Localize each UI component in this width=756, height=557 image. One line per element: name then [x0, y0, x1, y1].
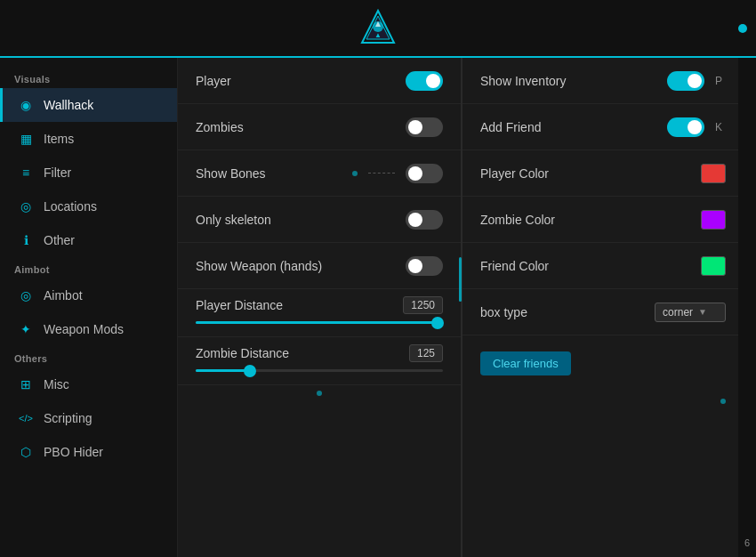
- sidebar-item-scripting[interactable]: </> Scripting: [0, 401, 177, 435]
- sidebar-item-scripting-label: Scripting: [44, 411, 92, 425]
- clear-friends-button[interactable]: Clear friends: [480, 351, 571, 375]
- add-friend-row: Add Friend K: [462, 104, 738, 150]
- friend-color-box[interactable]: [701, 256, 726, 276]
- player-distance-label: Player Distance: [196, 298, 283, 312]
- zombie-color-label: Zombie Color: [480, 213, 555, 227]
- show-bones-toggle[interactable]: [406, 164, 443, 183]
- zombie-distance-thumb[interactable]: [244, 365, 256, 377]
- zombie-distance-fill: [196, 369, 250, 372]
- player-distance-track[interactable]: [196, 321, 443, 324]
- only-skeleton-label: Only skeleton: [196, 213, 271, 227]
- zombie-color-box[interactable]: [701, 210, 726, 230]
- zombie-color-row: Zombie Color: [462, 197, 738, 243]
- box-type-label: box type: [480, 305, 527, 319]
- scroll-indicator: [459, 257, 462, 302]
- sidebar-item-filter[interactable]: ≡ Filter: [0, 156, 177, 190]
- show-weapon-label: Show Weapon (hands): [196, 259, 322, 273]
- friend-color-label: Friend Color: [480, 259, 549, 273]
- add-friend-label: Add Friend: [480, 120, 541, 134]
- sidebar-item-filter-label: Filter: [44, 165, 71, 180]
- add-friend-toggle[interactable]: [667, 117, 704, 137]
- locations-icon: ◎: [17, 198, 35, 215]
- sidebar-item-aimbot-label: Aimbot: [44, 288, 83, 303]
- wallhack-icon: ◉: [17, 96, 35, 114]
- player-color-row: Player Color: [462, 150, 738, 197]
- player-row: Player: [178, 58, 461, 104]
- sidebar-item-other-label: Other: [44, 233, 75, 247]
- zombies-label: Zombies: [196, 120, 244, 134]
- sidebar-item-misc[interactable]: ⊞ Misc: [0, 367, 177, 401]
- dropdown-arrow-icon: ▼: [698, 307, 707, 317]
- show-bones-label: Show Bones: [196, 166, 266, 181]
- sidebar-item-locations[interactable]: ◎ Locations: [0, 190, 177, 223]
- aimbot-icon: ◎: [17, 287, 35, 304]
- friend-color-row: Friend Color: [462, 243, 738, 289]
- sidebar-item-pbo-hider[interactable]: ⬡ PBO Hider: [0, 435, 177, 469]
- zombie-distance-header: Zombie Distance 125: [196, 344, 443, 362]
- show-bones-dot: [352, 171, 358, 176]
- far-right-panel: 6: [738, 58, 756, 557]
- sidebar-item-aimbot[interactable]: ◎ Aimbot: [0, 278, 177, 312]
- content-area: Player Zombies Show Bones Only sk: [178, 58, 756, 557]
- top-right-indicator: [738, 24, 747, 33]
- zombie-distance-track[interactable]: [196, 369, 443, 372]
- box-type-row: box type corner ▼: [462, 289, 738, 335]
- show-inventory-key: P: [712, 75, 726, 87]
- filter-icon: ≡: [17, 164, 35, 182]
- right-panel: Show Inventory P Add Friend K Player Col…: [462, 58, 738, 557]
- sidebar-section-others: Others: [0, 346, 177, 367]
- player-label: Player: [196, 74, 231, 88]
- sidebar-item-items[interactable]: ▦ Items: [0, 122, 177, 156]
- show-bones-row: Show Bones: [178, 150, 461, 197]
- pbo-hider-icon: ⬡: [17, 443, 35, 461]
- sidebar-item-other[interactable]: ℹ Other: [0, 223, 177, 257]
- sidebar-item-pbo-hider-label: PBO Hider: [44, 445, 103, 459]
- logo-icon: ▲: [358, 9, 398, 48]
- only-skeleton-row: Only skeleton: [178, 197, 461, 243]
- bottom-dot-left: [317, 391, 322, 396]
- misc-icon: ⊞: [17, 375, 35, 393]
- player-color-label: Player Color: [480, 166, 549, 181]
- sidebar-section-aimbot: Aimbot: [0, 257, 177, 278]
- sidebar-item-locations-label: Locations: [44, 199, 97, 214]
- left-panel-wrapper: Player Zombies Show Bones Only sk: [178, 58, 462, 557]
- show-inventory-row: Show Inventory P: [462, 58, 738, 104]
- show-inventory-controls: P: [667, 71, 726, 91]
- left-panel: Player Zombies Show Bones Only sk: [178, 58, 462, 557]
- player-distance-section: Player Distance 1250: [178, 289, 461, 337]
- weapon-mods-icon: ✦: [17, 320, 35, 338]
- player-color-box[interactable]: [701, 164, 726, 183]
- sidebar-section-visuals: Visuals: [0, 67, 177, 88]
- clear-friends-container: Clear friends: [462, 335, 738, 392]
- zombies-row: Zombies: [178, 104, 461, 150]
- player-toggle[interactable]: [406, 71, 443, 91]
- far-right-number: 6: [744, 537, 750, 548]
- sidebar-item-wallhack-label: Wallhack: [44, 98, 93, 112]
- show-weapon-toggle[interactable]: [406, 256, 443, 276]
- player-distance-thumb[interactable]: [431, 317, 444, 329]
- scripting-icon: </>: [17, 409, 35, 427]
- zombies-toggle[interactable]: [406, 117, 443, 137]
- sidebar: Visuals ◉ Wallhack ▦ Items ≡ Filter ◎ Lo…: [0, 58, 178, 557]
- box-type-value: corner: [663, 306, 693, 319]
- main-layout: Visuals ◉ Wallhack ▦ Items ≡ Filter ◎ Lo…: [0, 58, 756, 557]
- player-distance-value: 1250: [403, 296, 443, 314]
- zombie-distance-label: Zombie Distance: [196, 346, 289, 360]
- sidebar-item-items-label: Items: [44, 132, 74, 146]
- add-friend-key: K: [712, 121, 726, 133]
- right-dot: [720, 399, 726, 404]
- right-bottom-dots: [462, 392, 738, 411]
- sidebar-item-misc-label: Misc: [44, 377, 69, 392]
- other-icon: ℹ: [17, 231, 35, 249]
- box-type-dropdown[interactable]: corner ▼: [655, 303, 726, 322]
- zombie-distance-value: 125: [409, 344, 443, 362]
- sidebar-item-wallhack[interactable]: ◉ Wallhack: [0, 88, 177, 122]
- player-distance-header: Player Distance 1250: [196, 296, 443, 314]
- only-skeleton-toggle[interactable]: [406, 210, 443, 230]
- sidebar-item-weapon-mods-label: Weapon Mods: [44, 322, 124, 336]
- add-friend-controls: K: [667, 117, 726, 137]
- show-inventory-toggle[interactable]: [667, 71, 704, 91]
- sidebar-item-weapon-mods[interactable]: ✦ Weapon Mods: [0, 312, 177, 346]
- player-distance-fill: [196, 321, 438, 324]
- show-inventory-label: Show Inventory: [480, 74, 567, 88]
